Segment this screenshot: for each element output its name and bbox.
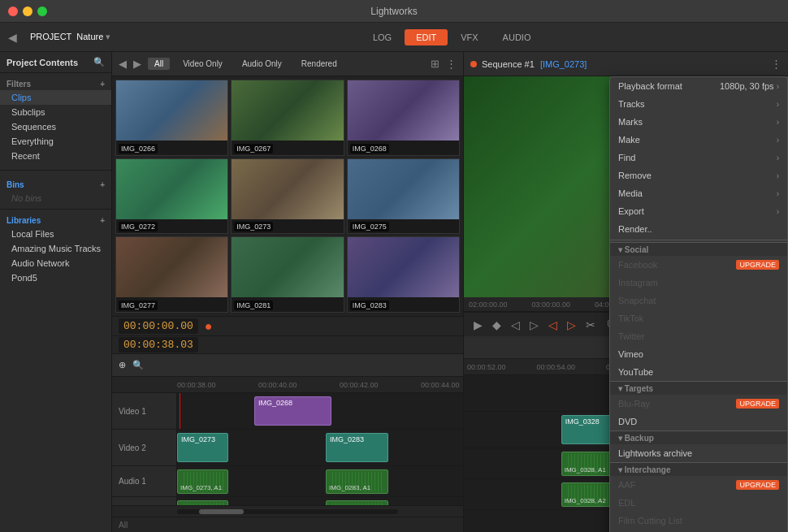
bins-label: Bins bbox=[6, 180, 24, 189]
project-name[interactable]: Nature bbox=[76, 32, 103, 41]
sidebar-item-recent[interactable]: Recent bbox=[0, 149, 111, 163]
close-button[interactable] bbox=[8, 6, 18, 16]
scrollbar-thumb[interactable] bbox=[199, 509, 243, 514]
clip-thumb-img0281[interactable]: IMG_0281 bbox=[231, 236, 344, 313]
sidebar-item-audio-network[interactable]: Audio Network bbox=[0, 256, 111, 270]
filter-all[interactable]: All bbox=[148, 58, 170, 70]
tab-log[interactable]: LOG bbox=[362, 29, 403, 45]
audio1-clip1[interactable]: IMG_0273, A1 bbox=[177, 469, 228, 494]
next-icon[interactable]: ▶ bbox=[133, 58, 141, 70]
menu-playback-value: 1080p, 30 fps › bbox=[720, 81, 779, 91]
go-out-icon[interactable]: ▷ bbox=[564, 317, 579, 333]
clip-label-0267: IMG_0267 bbox=[234, 144, 273, 154]
clip-thumb-img0267[interactable]: IMG_0267 bbox=[231, 80, 344, 156]
ruler-mark-1: 00:00:40.00 bbox=[258, 381, 297, 389]
grid-icon[interactable]: ⊞ bbox=[431, 58, 439, 70]
track-content-audio2[interactable]: IMG_0273, A2 IMG_0283, A2 bbox=[177, 497, 463, 505]
menu-make[interactable]: Make› bbox=[610, 131, 787, 149]
nav-tabs: LOG EDIT VFX AUDIO bbox=[362, 29, 543, 45]
menu-facebook[interactable]: FacebookUPGRADE bbox=[610, 256, 787, 274]
menu-tiktok: TikTok bbox=[610, 309, 787, 327]
app-title: Lightworks bbox=[370, 6, 417, 17]
preview-menu-icon[interactable]: ⋮ bbox=[771, 58, 782, 70]
prev-icon[interactable]: ◀ bbox=[119, 58, 127, 70]
zoom-in-icon[interactable]: ⊕ bbox=[119, 360, 126, 370]
clip-thumb-img0272[interactable]: IMG_0272 bbox=[115, 158, 228, 235]
menu-marks[interactable]: Marks› bbox=[610, 113, 787, 131]
filters-section: Filters + Clips Subclips Sequences Every… bbox=[0, 73, 111, 167]
menu-vimeo[interactable]: Vimeo bbox=[610, 345, 787, 363]
timeline-all-label: All bbox=[119, 521, 128, 530]
sidebar-item-everything[interactable]: Everything bbox=[0, 134, 111, 149]
zoom-search-icon[interactable]: 🔍 bbox=[132, 360, 144, 370]
clip-thumb-img0275[interactable]: IMG_0275 bbox=[347, 158, 460, 235]
sidebar-search-icon[interactable]: 🔍 bbox=[93, 57, 105, 67]
audio2-clip2[interactable]: IMG_0283, A2 bbox=[326, 500, 388, 505]
menu-bluray[interactable]: Blu-RayUPGRADE bbox=[610, 395, 787, 413]
menu-youtube[interactable]: YouTube bbox=[610, 363, 787, 381]
scrollbar-track[interactable] bbox=[177, 509, 398, 514]
sidebar-item-subclips[interactable]: Subclips bbox=[0, 105, 111, 119]
clip-thumb-img0266[interactable]: IMG_0266 bbox=[115, 80, 228, 156]
clip-thumb-img0268[interactable]: IMG_0268 bbox=[347, 80, 460, 156]
clip-grid: IMG_0266 IMG_0267 IMG_0268 IMG_0272 IMG_… bbox=[112, 76, 463, 316]
menu-find[interactable]: Find› bbox=[610, 149, 787, 167]
libraries-label: Libraries bbox=[6, 216, 41, 225]
audio2-clip1[interactable]: IMG_0273, A2 bbox=[177, 500, 228, 505]
track-content-audio1[interactable]: IMG_0273, A1 IMG_0283, A1 bbox=[177, 466, 463, 496]
right-panel: Sequence #1 [IMG_0273] ⋮ Playback format… bbox=[463, 52, 788, 532]
sidebar-item-pond5[interactable]: Pond5 bbox=[0, 270, 111, 285]
go-in-icon[interactable]: ◁ bbox=[545, 317, 561, 333]
browser-footer: 00:00:00.00 ● bbox=[112, 316, 463, 335]
menu-export[interactable]: Export› bbox=[610, 202, 787, 220]
current-timecode: 00:00:38.03 bbox=[119, 337, 198, 353]
mark-in-icon[interactable]: ◁ bbox=[508, 317, 523, 333]
menu-section-backup: ▾ Backup bbox=[610, 430, 787, 444]
stop-button[interactable]: ◆ bbox=[489, 317, 504, 333]
sidebar-item-sequences[interactable]: Sequences bbox=[0, 119, 111, 134]
sidebar-title: Project Contents bbox=[6, 58, 78, 67]
audio1-clip2[interactable]: IMG_0283, A1 bbox=[326, 469, 388, 494]
timeline-scrollbar[interactable] bbox=[112, 505, 463, 517]
filter-rendered[interactable]: Rendered bbox=[295, 58, 344, 70]
navbar: ◀ PROJECT Nature ▾ LOG EDIT VFX AUDIO bbox=[0, 23, 788, 52]
menu-media[interactable]: Media› bbox=[610, 184, 787, 202]
play-button[interactable]: ▶ bbox=[470, 317, 486, 333]
menu-aaf[interactable]: AAFUPGRADE bbox=[610, 476, 787, 494]
track-content-video2[interactable]: IMG_0273 IMG_0283 bbox=[177, 430, 463, 465]
clip-video2-img0273[interactable]: IMG_0273 bbox=[177, 433, 228, 462]
filter-audio-only[interactable]: Audio Only bbox=[236, 58, 288, 70]
sidebar-item-amazing-music[interactable]: Amazing Music Tracks bbox=[0, 241, 111, 256]
clip-video2-img0283[interactable]: IMG_0283 bbox=[326, 433, 388, 462]
sidebar-item-local-files[interactable]: Local Files bbox=[0, 227, 111, 241]
bins-plus-icon[interactable]: + bbox=[100, 180, 105, 189]
track-content-video1[interactable]: IMG_0268 bbox=[177, 393, 463, 429]
libraries-plus-icon[interactable]: + bbox=[100, 216, 105, 225]
browser-menu-icon[interactable]: ⋮ bbox=[446, 58, 457, 70]
sidebar-item-no-bins: No bins bbox=[0, 191, 111, 205]
menu-playback-format[interactable]: Playback format 1080p, 30 fps › bbox=[610, 77, 787, 95]
filters-plus-icon[interactable]: + bbox=[100, 80, 105, 89]
cut-icon[interactable]: ✂ bbox=[582, 317, 599, 333]
filter-video-only[interactable]: Video Only bbox=[176, 58, 229, 70]
menu-lw-archive[interactable]: Lightworks archive bbox=[610, 444, 787, 462]
mark-out-icon[interactable]: ▷ bbox=[526, 317, 542, 333]
tab-edit[interactable]: EDIT bbox=[405, 29, 448, 45]
menu-section-social: ▾ Social bbox=[610, 242, 787, 256]
menu-tracks[interactable]: Tracks› bbox=[610, 95, 787, 113]
maximize-button[interactable] bbox=[37, 6, 47, 16]
menu-render[interactable]: Render.. bbox=[610, 220, 787, 238]
timeline-tracks: Video 1 IMG_0268 Video 2 IMG_0273 bbox=[112, 393, 463, 505]
sidebar: Project Contents 🔍 Filters + Clips Subcl… bbox=[0, 52, 112, 532]
back-button[interactable]: ◀ bbox=[8, 31, 17, 44]
menu-dvd[interactable]: DVD bbox=[610, 413, 787, 430]
tab-vfx[interactable]: VFX bbox=[449, 29, 489, 45]
minimize-button[interactable] bbox=[23, 6, 32, 16]
sidebar-item-clips[interactable]: Clips bbox=[0, 90, 111, 105]
menu-remove[interactable]: Remove› bbox=[610, 167, 787, 184]
clip-thumb-img0273[interactable]: IMG_0273 bbox=[231, 158, 344, 235]
clip-thumb-img0283[interactable]: IMG_0283 bbox=[347, 236, 460, 313]
tab-audio[interactable]: AUDIO bbox=[491, 29, 543, 45]
clip-thumb-img0277[interactable]: IMG_0277 bbox=[115, 236, 228, 313]
clip-video1-img0268[interactable]: IMG_0268 bbox=[254, 396, 331, 426]
